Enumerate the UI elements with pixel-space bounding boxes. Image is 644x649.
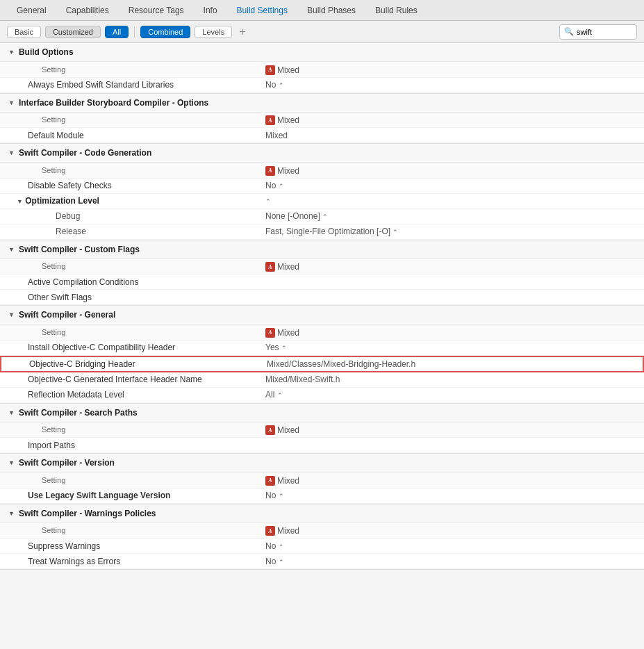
setting-label-5-0: Setting [0, 423, 257, 436]
setting-label-7-2: Treat Warnings as Errors [0, 554, 257, 568]
row-6-1: Use Legacy Swift Language Version No ⌃ [0, 488, 644, 504]
setting-label-4-3: Objective-C Generated Interface Header N… [0, 372, 257, 386]
setting-value-4-3: Mixed/Mixed-Swift.h [257, 372, 644, 386]
mixed-text-7-0: Mixed [277, 526, 299, 536]
section-header-3[interactable]: ▼Swift Compiler - Custom Flags [0, 240, 644, 259]
setting-value-2-0: A Mixed [257, 163, 644, 178]
collapse-triangle-4[interactable]: ▼ [8, 311, 15, 318]
setting-value-4-1: Yes ⌃ [257, 340, 644, 354]
setting-value-2-1: No ⌃ [257, 179, 644, 192]
a-icon-2-0: A [265, 166, 275, 176]
collapse-triangle-0[interactable]: ▼ [8, 49, 15, 56]
setting-value-7-0: A Mixed [257, 523, 644, 539]
collapse-triangle-5[interactable]: ▼ [8, 409, 15, 416]
chevron-${si}-${ri}: ⌃ [279, 493, 284, 500]
a-icon-4-0: A [265, 328, 275, 338]
section-title-0: Build Options [19, 47, 74, 57]
setting-label-2-0: Setting [0, 164, 257, 176]
chevron-${si}-${ri}: ⌃ [279, 183, 284, 190]
setting-value-6-0: A Mixed [257, 473, 644, 488]
mixed-text-4-0: Mixed [277, 328, 299, 338]
section-header-4[interactable]: ▼Swift Compiler - General [0, 306, 644, 324]
section-1: ▼Interface Builder Storyboard Compiler -… [0, 94, 644, 145]
row-1-0: Setting A Mixed [0, 113, 644, 129]
row-3-2: Other Swift Flags [0, 290, 644, 305]
tab-build-settings[interactable]: Build Settings [227, 3, 297, 18]
setting-label-4-2: Objective-C Bridging Header [1, 357, 258, 371]
section-title-3: Swift Compiler - Custom Flags [19, 245, 140, 254]
chevron-${si}-${ri}: ⌃ [322, 213, 328, 220]
setting-value-4-2: Mixed/Classes/Mixed-Bridging-Header.h [258, 357, 643, 371]
collapse-triangle-7[interactable]: ▼ [8, 510, 15, 517]
setting-value-5-0: A Mixed [257, 422, 644, 438]
filter-all[interactable]: All [105, 26, 129, 38]
chevron-${si}-${ri}: ⌃ [277, 392, 283, 399]
section-header-6[interactable]: ▼Swift Compiler - Version [0, 454, 644, 473]
row-4-1: Install Objective-C Compatibility Header… [0, 340, 644, 356]
collapse-triangle-3[interactable]: ▼ [8, 246, 15, 253]
collapse-triangle-1[interactable]: ▼ [8, 99, 15, 106]
row-1-1: Default Module Mixed [0, 128, 644, 143]
setting-label-1-0: Setting [0, 113, 257, 126]
section-header-7[interactable]: ▼Swift Compiler - Warnings Policies [0, 504, 644, 523]
row-4-2[interactable]: Objective-C Bridging Header Mixed/Classe… [0, 356, 644, 372]
search-icon: 🔍 [564, 27, 574, 36]
section-header-1[interactable]: ▼Interface Builder Storyboard Compiler -… [0, 94, 644, 113]
filter-levels[interactable]: Levels [195, 26, 232, 38]
collapse-triangle-2[interactable]: ▼ [8, 149, 15, 156]
section-title-1: Interface Builder Storyboard Compiler - … [19, 98, 208, 108]
setting-label-3-1: Active Compilation Conditions [0, 275, 257, 289]
a-icon-5-0: A [265, 425, 275, 435]
tab-general[interactable]: General [7, 3, 56, 18]
setting-value-3-1 [257, 280, 644, 284]
setting-value-0-0: A Mixed [257, 62, 644, 77]
row-4-0: Setting A Mixed [0, 324, 644, 340]
setting-value-3-0: A Mixed [257, 259, 644, 274]
subtriangle-2-2[interactable]: ▼ [17, 198, 23, 205]
filter-bar: Basic Customized All Combined Levels + 🔍 [0, 21, 644, 43]
tab-build-rules[interactable]: Build Rules [365, 3, 427, 18]
tab-bar: General Capabilities Resource Tags Info … [0, 0, 644, 21]
mixed-text-2-0: Mixed [277, 166, 299, 176]
section-header-2[interactable]: ▼Swift Compiler - Code Generation [0, 144, 644, 163]
setting-label-4-1: Install Objective-C Compatibility Header [0, 340, 257, 354]
filter-combined[interactable]: Combined [140, 26, 190, 38]
setting-value-1-1: Mixed [257, 129, 644, 142]
a-icon-6-0: A [265, 476, 275, 486]
row-3-1: Active Compilation Conditions [0, 274, 644, 290]
section-title-6: Swift Compiler - Version [19, 458, 115, 468]
row-2-1: Disable Safety Checks No ⌃ [0, 179, 644, 194]
search-input[interactable] [577, 28, 632, 36]
mixed-text-0-0: Mixed [277, 65, 299, 75]
setting-value-7-2: No ⌃ [257, 554, 644, 568]
filter-basic[interactable]: Basic [7, 26, 41, 38]
add-filter-button[interactable]: + [236, 26, 248, 38]
a-icon-1-0: A [265, 115, 275, 125]
tab-build-phases[interactable]: Build Phases [297, 3, 365, 18]
setting-label-3-2: Other Swift Flags [0, 290, 257, 304]
setting-label-2-4: Release [0, 224, 257, 238]
setting-label-1-1: Default Module [0, 129, 257, 142]
row-7-2: Treat Warnings as Errors No ⌃ [0, 554, 644, 569]
row-4-4: Reflection Metadata Level All ⌃ [0, 388, 644, 403]
search-box: 🔍 [559, 24, 637, 40]
setting-value-7-1: No ⌃ [257, 539, 644, 553]
setting-value-2-3: None [-Onone] ⌃ [257, 209, 644, 223]
mixed-text-3-0: Mixed [277, 262, 299, 272]
row-0-0: Setting A Mixed [0, 62, 644, 78]
collapse-triangle-6[interactable]: ▼ [8, 459, 15, 466]
section-title-4: Swift Compiler - General [19, 310, 115, 320]
section-header-5[interactable]: ▼Swift Compiler - Search Paths [0, 404, 644, 422]
tab-capabilities[interactable]: Capabilities [56, 3, 119, 18]
setting-value-0-1: No ⌃ [257, 78, 644, 92]
tab-resource-tags[interactable]: Resource Tags [119, 3, 194, 18]
setting-value-4-4: All ⌃ [257, 388, 644, 402]
section-header-0[interactable]: ▼Build Options [0, 43, 644, 62]
setting-label-2-1: Disable Safety Checks [0, 179, 257, 192]
filter-customized[interactable]: Customized [45, 26, 101, 38]
tab-info[interactable]: Info [194, 3, 227, 18]
row-2-3: Debug None [-Onone] ⌃ [0, 209, 644, 224]
section-6: ▼Swift Compiler - Version Setting A Mixe… [0, 454, 644, 504]
row-6-0: Setting A Mixed [0, 473, 644, 488]
setting-value-2-4: Fast, Single-File Optimization [-O] ⌃ [257, 224, 644, 238]
